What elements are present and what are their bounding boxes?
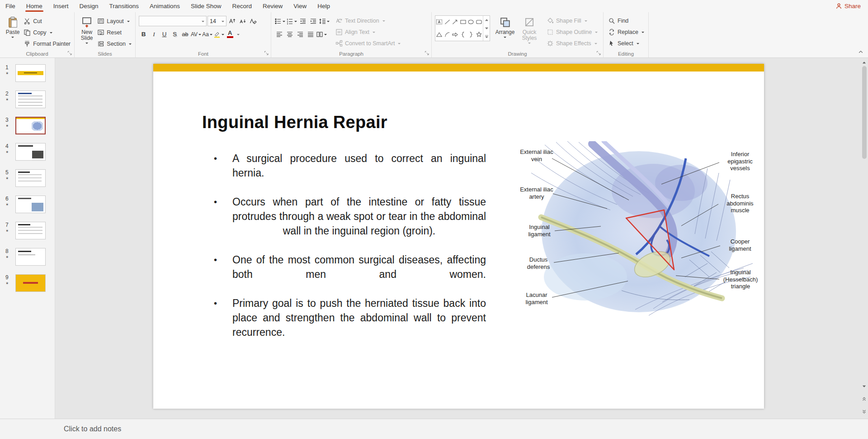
scroll-up-button[interactable] bbox=[861, 59, 868, 66]
tab-view[interactable]: View bbox=[288, 0, 312, 12]
shape-rectangle[interactable] bbox=[459, 16, 467, 29]
slide-thumbnail-9[interactable] bbox=[15, 274, 46, 292]
anatomy-diagram-image[interactable]: External iliac vein External iliac arter… bbox=[518, 141, 763, 319]
next-slide-button[interactable] bbox=[861, 408, 868, 415]
collapse-ribbon-button[interactable] bbox=[858, 49, 863, 55]
tab-animations[interactable]: Animations bbox=[144, 0, 185, 12]
layout-button[interactable]: Layout bbox=[96, 16, 133, 26]
clear-formatting-button[interactable] bbox=[248, 16, 258, 26]
paste-button[interactable]: Paste bbox=[3, 15, 22, 50]
bullets-button[interactable] bbox=[274, 16, 285, 26]
line-spacing-button[interactable] bbox=[319, 16, 330, 26]
thumbnail-row-5[interactable]: 5✶ bbox=[4, 169, 55, 187]
align-center-button[interactable] bbox=[285, 29, 294, 39]
slide-thumbnail-8[interactable] bbox=[15, 248, 46, 266]
slide-thumbnail-4[interactable] bbox=[15, 143, 46, 161]
text-direction-button[interactable]: Text Direction bbox=[334, 16, 402, 26]
bullet-item[interactable]: •Primary goal is to push the herniated t… bbox=[213, 296, 486, 339]
bullet-item[interactable]: •One of the most common surgical disease… bbox=[213, 253, 486, 282]
tab-help[interactable]: Help bbox=[312, 0, 335, 12]
decrease-font-size-button[interactable] bbox=[238, 16, 247, 26]
tab-transitions[interactable]: Transitions bbox=[104, 0, 145, 12]
shapes-more-button[interactable] bbox=[483, 33, 490, 41]
increase-indent-button[interactable] bbox=[308, 16, 318, 26]
notes-pane[interactable]: Click to add notes bbox=[55, 419, 868, 439]
thumbnail-row-1[interactable]: 1✶ bbox=[4, 64, 55, 82]
increase-font-size-button[interactable] bbox=[227, 16, 237, 26]
character-spacing-button[interactable]: AV bbox=[191, 29, 201, 39]
font-size-combo[interactable]: 14 bbox=[208, 16, 226, 26]
tab-design[interactable]: Design bbox=[74, 0, 104, 12]
shape-outline-button[interactable]: Shape Outline bbox=[545, 27, 599, 37]
columns-button[interactable] bbox=[316, 29, 327, 39]
justify-button[interactable] bbox=[306, 29, 315, 39]
shape-fill-button[interactable]: Shape Fill bbox=[545, 16, 599, 26]
shape-arc[interactable] bbox=[443, 29, 452, 41]
quick-styles-button[interactable]: Quick Styles bbox=[517, 15, 542, 50]
shape-block-arrow[interactable] bbox=[451, 29, 459, 41]
bullet-item[interactable]: •A surgical procedure used to correct an… bbox=[213, 151, 486, 180]
tab-slideshow[interactable]: Slide Show bbox=[185, 0, 227, 12]
align-right-button[interactable] bbox=[295, 29, 305, 39]
tab-review[interactable]: Review bbox=[257, 0, 288, 12]
underline-button[interactable]: U bbox=[160, 29, 169, 39]
tab-record[interactable]: Record bbox=[226, 0, 257, 12]
thumbnail-row-7[interactable]: 7✶ bbox=[4, 222, 55, 239]
font-name-combo[interactable] bbox=[139, 16, 207, 26]
scroll-down-button[interactable] bbox=[861, 382, 868, 390]
slide-thumbnail-1[interactable] bbox=[15, 64, 46, 82]
cut-button[interactable]: Cut bbox=[22, 16, 72, 26]
new-slide-button[interactable]: New Slide bbox=[78, 15, 96, 50]
text-highlight-color-button[interactable] bbox=[213, 29, 224, 39]
shape-oval[interactable] bbox=[467, 16, 475, 29]
share-button[interactable]: Share bbox=[835, 0, 861, 12]
paragraph-dialog-launcher[interactable] bbox=[425, 51, 429, 56]
numbering-button[interactable] bbox=[286, 16, 297, 26]
scrollbar-thumb[interactable] bbox=[862, 66, 867, 159]
drawing-dialog-launcher[interactable] bbox=[596, 51, 601, 56]
shape-text-box[interactable] bbox=[435, 16, 443, 29]
select-button[interactable]: Select bbox=[607, 38, 646, 48]
shapes-scroll-up-button[interactable] bbox=[483, 16, 490, 24]
clipboard-dialog-launcher[interactable] bbox=[67, 51, 72, 56]
slide-thumbnail-7[interactable] bbox=[15, 222, 46, 239]
align-left-button[interactable] bbox=[274, 29, 284, 39]
shape-triangle[interactable] bbox=[435, 29, 443, 41]
shape-arrow[interactable] bbox=[451, 16, 459, 29]
thumbnail-row-8[interactable]: 8✶ bbox=[4, 248, 55, 266]
thumbnail-row-2[interactable]: 2✶ bbox=[4, 91, 55, 108]
previous-slide-button[interactable] bbox=[861, 395, 868, 402]
bold-button[interactable]: B bbox=[139, 29, 148, 39]
slide-thumbnail-3[interactable] bbox=[15, 117, 46, 134]
copy-button[interactable]: Copy bbox=[22, 28, 72, 38]
thumbnail-row-9[interactable]: 9✶ bbox=[4, 274, 55, 292]
shape-left-brace[interactable] bbox=[459, 29, 467, 41]
slide-thumbnail-5[interactable] bbox=[15, 169, 46, 187]
replace-button[interactable]: Replace bbox=[607, 27, 646, 37]
current-slide[interactable]: Inguinal Hernia Repair •A surgical proce… bbox=[153, 64, 764, 409]
thumbnail-row-3-selected[interactable]: 3✶ bbox=[4, 117, 55, 134]
find-button[interactable]: Find bbox=[607, 16, 646, 26]
shape-star[interactable] bbox=[475, 29, 483, 41]
reset-button[interactable]: Reset bbox=[96, 28, 133, 38]
shape-effects-button[interactable]: Shape Effects bbox=[545, 38, 599, 48]
slide-body-textbox[interactable]: •A surgical procedure used to correct an… bbox=[213, 151, 486, 354]
change-case-button[interactable]: Aa bbox=[202, 29, 212, 39]
font-dialog-launcher[interactable] bbox=[264, 51, 269, 56]
tab-file[interactable]: File bbox=[0, 0, 21, 12]
decrease-indent-button[interactable] bbox=[298, 16, 307, 26]
tab-insert[interactable]: Insert bbox=[48, 0, 74, 12]
shapes-scroll-down-button[interactable] bbox=[483, 24, 490, 32]
tab-home[interactable]: Home bbox=[21, 0, 48, 12]
italic-button[interactable]: I bbox=[149, 29, 159, 39]
shape-line[interactable] bbox=[443, 16, 452, 29]
shape-right-brace[interactable] bbox=[467, 29, 475, 41]
bullet-item[interactable]: •Occurs when part of the intestine or fa… bbox=[213, 195, 486, 238]
text-shadow-button[interactable]: S bbox=[170, 29, 179, 39]
arrange-button[interactable]: Arrange bbox=[493, 15, 517, 50]
slide-thumbnail-2[interactable] bbox=[15, 91, 46, 108]
strikethrough-button[interactable]: ab bbox=[180, 29, 190, 39]
shape-rounded-rectangle[interactable] bbox=[475, 16, 483, 29]
slide-thumbnail-6[interactable] bbox=[15, 196, 46, 213]
font-color-button[interactable]: A bbox=[225, 29, 235, 39]
